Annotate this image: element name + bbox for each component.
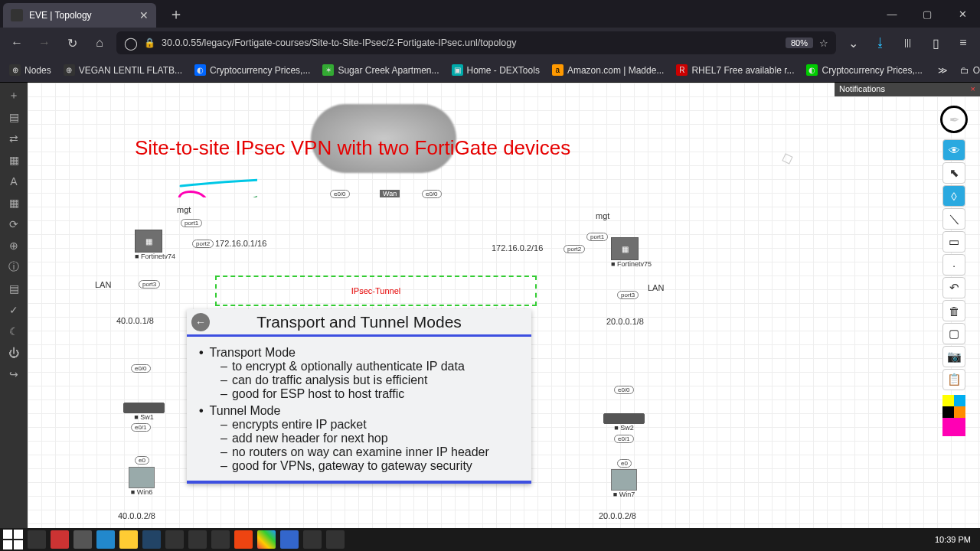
eve-text-icon[interactable]: A [4, 173, 24, 190]
back-button[interactable]: ← [6, 32, 28, 54]
bookmark-item[interactable]: ⊕Nodes [5, 62, 56, 78]
color-swatch[interactable] [942, 406, 954, 418]
browser-tab[interactable]: EVE | Topology ✕ [3, 3, 156, 28]
clear-tool[interactable]: 🗑 [942, 300, 965, 321]
bookmark-icon: ▣ [452, 64, 463, 76]
bookmark-item[interactable]: ▣Home - DEXTools [447, 62, 544, 78]
taskbar-item[interactable] [188, 530, 207, 549]
port-label: e0/0 [422, 190, 442, 198]
start-button[interactable] [3, 530, 23, 549]
home-button[interactable]: ⌂ [89, 32, 110, 54]
taskbar-item[interactable] [74, 530, 92, 549]
switch-left[interactable]: ■ Sw1 [123, 403, 165, 421]
eve-status-icon[interactable]: ⓘ [4, 259, 24, 276]
taskbar-item[interactable] [142, 530, 161, 549]
color-swatch-active[interactable] [942, 418, 965, 436]
pocket-button[interactable]: ⌄ [842, 32, 864, 54]
new-tab-button[interactable]: ＋ [162, 2, 190, 26]
eve-add-icon[interactable]: ＋ [4, 87, 24, 104]
taskbar-item[interactable] [211, 530, 230, 549]
taskbar-item[interactable] [326, 530, 345, 549]
bookmark-item[interactable]: ◐Cryptocurrency Prices,... [802, 62, 926, 78]
window-close[interactable]: ✕ [945, 0, 980, 28]
bookmarks-bar: ⊕Nodes ⊕VEGAN LENTIL FLATB... ◐Cryptocur… [0, 58, 980, 83]
windows-taskbar: 10:39 PM [0, 528, 980, 551]
window-maximize[interactable]: ▢ [910, 0, 945, 28]
visibility-tool[interactable]: 👁 [942, 139, 965, 161]
reload-button[interactable]: ↻ [61, 32, 83, 54]
bookmark-item[interactable]: ◐Cryptocurrency Prices,... [190, 62, 315, 78]
url-bar[interactable]: ◯ 🔒 30.0.0.55/legacy/Fortigate-courses/S… [116, 31, 836, 54]
notifications-close-icon[interactable]: × [971, 84, 975, 95]
taskbar-item[interactable] [28, 530, 46, 549]
zoom-indicator[interactable]: 80% [786, 37, 813, 48]
bookmark-star-icon[interactable]: ☆ [819, 37, 828, 49]
switch-right[interactable]: ■ Sw2 [603, 413, 645, 432]
undo-tool[interactable]: ↶ [942, 277, 965, 298]
color-swatch[interactable] [954, 406, 965, 418]
color-swatch[interactable] [954, 395, 965, 406]
color-swatch[interactable] [942, 395, 954, 406]
wan-node[interactable]: Wan [380, 190, 400, 197]
bookmark-item[interactable]: aAmazon.com | Madde... [547, 62, 669, 78]
other-bookmarks[interactable]: 🗀Other Bookmarks [956, 63, 980, 78]
panel-back-button[interactable]: ← [191, 313, 210, 331]
eve-refresh-icon[interactable]: ⟳ [4, 216, 24, 233]
shield-icon[interactable]: ◯ [124, 32, 138, 54]
taskbar-item[interactable] [234, 530, 253, 549]
pc-icon [611, 469, 637, 491]
mode-detail: good for VPNs, gateway to gateway securi… [199, 459, 519, 473]
pc-right[interactable]: ■ Win7 [611, 469, 637, 498]
close-tab-icon[interactable]: ✕ [139, 9, 149, 21]
app-menu-button[interactable]: ≡ [952, 32, 974, 54]
cursor-tool[interactable]: ⬉ [942, 162, 965, 184]
pen-logo-icon[interactable]: ✒ [940, 106, 968, 133]
eve-pictures-icon[interactable]: ▦ [4, 194, 24, 211]
window-minimize[interactable]: — [874, 0, 910, 28]
panel-header: ← Transport and Tunnel Modes [187, 309, 531, 337]
taskbar-clock[interactable]: 10:39 PM [929, 535, 977, 544]
taskbar-item[interactable] [96, 530, 115, 549]
eve-moreactions-icon[interactable]: ✓ [4, 302, 24, 318]
dot-tool[interactable]: · [942, 254, 965, 276]
taskbar-item[interactable] [165, 530, 184, 549]
eve-startup-icon[interactable]: ▦ [4, 152, 24, 168]
eve-dark-icon[interactable]: ☾ [4, 323, 24, 340]
forward-button[interactable]: → [34, 32, 55, 54]
mgt-label: mgt [596, 211, 609, 220]
eve-lock-icon[interactable]: ⏻ [4, 344, 24, 361]
eve-network-icon[interactable]: ⇄ [4, 130, 24, 147]
port-label: port2 [564, 245, 585, 253]
bookmark-item[interactable]: RRHEL7 Free available r... [671, 62, 799, 78]
taskbar-item[interactable] [257, 530, 276, 549]
eve-zoom-icon[interactable]: ⊕ [4, 237, 24, 254]
highlighter-tool[interactable]: ◊ [942, 185, 965, 207]
downloads-button[interactable]: ⭳ [870, 32, 891, 54]
pc-left[interactable]: ■ Win6 [129, 467, 155, 496]
fortigate-right[interactable]: ▦ ■ Fortinetv75 [611, 237, 652, 268]
taskbar-item[interactable] [119, 530, 138, 549]
topology-canvas[interactable]: Site-to-site IPsec VPN with two FortiGat… [28, 83, 980, 528]
screenshot-tool[interactable]: 📷 [942, 346, 965, 367]
taskbar-item[interactable] [303, 530, 322, 549]
lock-icon[interactable]: 🔒 [144, 37, 155, 48]
fortigate-left[interactable]: ▦ ■ Fortinetv74 [135, 230, 175, 260]
bookmarks-overflow[interactable]: ≫ [933, 63, 952, 78]
modes-panel: ← Transport and Tunnel Modes Transport M… [187, 309, 531, 484]
library-button[interactable]: ⫼ [897, 32, 919, 54]
eve-logout-icon[interactable]: ↪ [4, 366, 24, 383]
eve-labdetails-icon[interactable]: ▤ [4, 280, 24, 297]
sidebar-button[interactable]: ▯ [925, 32, 946, 54]
switch-icon [603, 413, 645, 424]
notifications-title: Notifications [839, 84, 885, 95]
bookmark-item[interactable]: ⊕VEGAN LENTIL FLATB... [59, 62, 187, 78]
switch-icon [123, 403, 165, 413]
clipboard-tool[interactable]: 📋 [942, 369, 965, 390]
eraser-tool[interactable]: ▭ [942, 231, 965, 253]
taskbar-item[interactable] [280, 530, 299, 549]
bookmark-item[interactable]: ✶Sugar Creek Apartmen... [318, 62, 443, 78]
taskbar-item[interactable] [51, 530, 69, 549]
line-tool[interactable]: ＼ [942, 208, 965, 230]
eve-nodes-icon[interactable]: ▤ [4, 109, 24, 126]
whiteboard-tool[interactable]: ▢ [942, 323, 965, 344]
